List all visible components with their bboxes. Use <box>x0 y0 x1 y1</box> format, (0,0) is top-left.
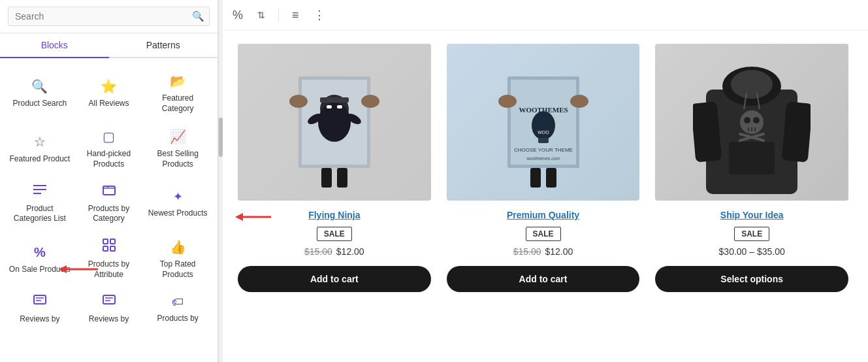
sort-toolbar-button[interactable]: ⇅ <box>253 7 269 23</box>
price-current-ninja: $12.00 <box>336 246 364 257</box>
product-title-ship[interactable]: Ship Your Idea <box>720 210 784 220</box>
block-all-reviews[interactable]: ⭐ All Reviews <box>74 66 144 119</box>
sale-label-premium: SALE <box>526 227 561 241</box>
svg-rect-11 <box>103 295 115 304</box>
svg-rect-5 <box>110 239 115 244</box>
sale-label-ship: SALE <box>734 227 769 241</box>
blocks-grid: 🔍 Product Search ⭐ All Reviews 📂 Feature… <box>0 58 217 362</box>
tab-patterns[interactable]: Patterns <box>109 33 218 58</box>
list-icon <box>33 184 46 199</box>
block-label: Products by Attribute <box>77 259 141 280</box>
folder-icon: 📂 <box>170 73 186 90</box>
scrollbar[interactable] <box>218 0 223 362</box>
svg-rect-27 <box>321 168 332 188</box>
block-products-by[interactable]: 🏷 Products by <box>143 288 212 330</box>
toolbar: % ⇅ ≡ ⋮ <box>218 0 868 31</box>
svg-point-25 <box>289 95 308 108</box>
svg-text:CHOOSE YOUR THEME: CHOOSE YOUR THEME <box>514 147 573 153</box>
svg-rect-39 <box>530 168 541 188</box>
block-label: Products by Category <box>77 204 141 224</box>
product-card-flying-ninja: Flying Ninja SALE $15.00 $12.00 Add to c… <box>238 44 431 292</box>
svg-point-37 <box>498 95 517 108</box>
block-product-search[interactable]: 🔍 Product Search <box>5 66 74 119</box>
tab-blocks[interactable]: Blocks <box>0 33 109 58</box>
svg-rect-44 <box>693 101 722 162</box>
sparkle-icon: ✦ <box>173 189 183 205</box>
product-image-hoodie <box>655 44 848 201</box>
product-card-ship-your-idea: Ship Your Idea SALE $30.00 – $35.00 Sele… <box>655 44 848 292</box>
block-newest-products[interactable]: ✦ Newest Products <box>143 177 212 229</box>
comment-icon-1 <box>33 295 46 310</box>
star-outline-icon: ☆ <box>34 133 46 150</box>
svg-rect-45 <box>782 101 811 162</box>
svg-point-49 <box>753 117 760 123</box>
svg-rect-7 <box>110 246 115 251</box>
products-grid: Flying Ninja SALE $15.00 $12.00 Add to c… <box>238 44 848 292</box>
grid-row-1: 🔍 Product Search ⭐ All Reviews 📂 Feature… <box>5 66 212 119</box>
product-image-premium: WOOTHEMES WOO CHOOSE YOUR THEME wootheme… <box>447 44 640 201</box>
product-title-premium[interactable]: Premium Quality <box>507 210 579 220</box>
block-categories-list[interactable]: Product Categories List <box>5 177 74 229</box>
block-top-rated[interactable]: 👍 Top Rated Products <box>143 232 212 286</box>
block-reviews-by-2[interactable]: Reviews by <box>74 288 144 330</box>
comment-icon-2 <box>103 295 116 310</box>
svg-rect-23 <box>337 105 342 108</box>
search-bar: 🔍 <box>0 0 217 33</box>
block-on-sale-products[interactable]: % On Sale Products <box>5 232 74 286</box>
block-handpicked-products[interactable]: ▢ Hand-picked Products <box>74 122 144 174</box>
trending-icon: 📈 <box>170 128 186 145</box>
svg-rect-28 <box>337 168 347 188</box>
product-title-flying-ninja[interactable]: Flying Ninja <box>308 210 360 220</box>
block-label: All Reviews <box>89 99 129 109</box>
block-products-by-attribute[interactable]: Products by Attribute <box>74 232 144 286</box>
price-original-ninja: $15.00 <box>304 246 332 257</box>
percent-toolbar-button[interactable]: % <box>229 6 247 25</box>
product-card-premium-quality: WOOTHEMES WOO CHOOSE YOUR THEME wootheme… <box>447 44 640 292</box>
svg-rect-46 <box>729 142 775 174</box>
price-original-premium: $15.00 <box>513 246 541 257</box>
add-to-cart-premium[interactable]: Add to cart <box>447 266 640 292</box>
svg-point-19 <box>318 103 351 142</box>
block-featured-category[interactable]: 📂 Featured Category <box>143 66 212 119</box>
block-products-by-category[interactable]: Products by Category <box>74 177 144 229</box>
grid-row-2: ☆ Featured Product ▢ Hand-picked Product… <box>5 122 212 174</box>
svg-rect-3 <box>103 186 115 195</box>
block-label: Featured Product <box>9 154 70 165</box>
price-row-premium: $15.00 $12.00 <box>513 246 573 257</box>
block-reviews-by-1[interactable]: Reviews by <box>5 288 74 330</box>
block-label: Reviews by <box>89 314 129 325</box>
thumbsup-icon: 👍 <box>170 239 186 255</box>
block-label: Best Selling Products <box>146 149 210 169</box>
tabs-row: Blocks Patterns <box>0 33 217 58</box>
block-label: On Sale Products <box>9 265 71 275</box>
svg-point-26 <box>361 95 379 108</box>
block-featured-product[interactable]: ☆ Featured Product <box>5 122 74 174</box>
block-label: Product Search <box>12 99 67 109</box>
block-best-selling[interactable]: 📈 Best Selling Products <box>143 122 212 174</box>
main-content: % ⇅ ≡ ⋮ <box>218 0 868 362</box>
percent-icon: % <box>34 244 46 261</box>
block-label: Reviews by <box>20 314 59 325</box>
toolbar-divider <box>278 8 279 22</box>
select-options-ship[interactable]: Select options <box>655 266 848 292</box>
more-toolbar-button[interactable]: ⋮ <box>310 5 329 25</box>
search-input[interactable] <box>8 7 210 26</box>
svg-rect-33 <box>538 138 549 143</box>
grid-row-4: % On Sale Products Products by Attribute <box>5 232 212 286</box>
sale-badge-ship: SALE <box>734 227 769 246</box>
block-label: Featured Category <box>146 93 210 114</box>
svg-rect-6 <box>103 246 108 251</box>
list-toolbar-button[interactable]: ≡ <box>288 6 303 25</box>
price-range-ship: $30.00 – $35.00 <box>719 246 785 257</box>
svg-point-38 <box>570 95 588 108</box>
product-image-ninja <box>238 44 431 201</box>
price-row-ninja: $15.00 $12.00 <box>304 246 364 257</box>
grid-icon <box>103 239 116 255</box>
add-to-cart-ninja[interactable]: Add to cart <box>238 266 431 292</box>
block-label: Product Categories List <box>8 204 72 224</box>
svg-rect-22 <box>327 105 332 108</box>
price-current-premium: $12.00 <box>545 246 573 257</box>
price-row-ship: $30.00 – $35.00 <box>719 246 785 257</box>
scroll-thumb[interactable] <box>219 118 223 157</box>
block-label: Newest Products <box>148 208 208 219</box>
